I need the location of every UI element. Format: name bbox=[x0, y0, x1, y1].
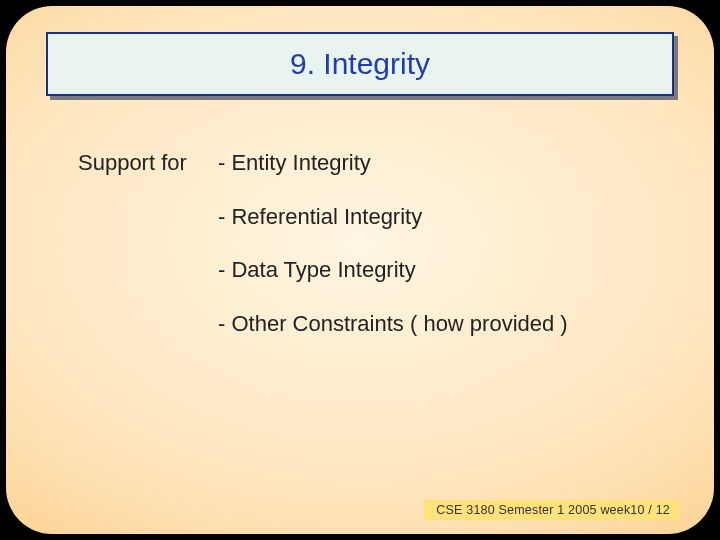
content-area: Support for - Entity Integrity - Referen… bbox=[78, 148, 654, 363]
footer-badge: CSE 3180 Semester 1 2005 week10 / 12 bbox=[424, 500, 680, 520]
list-item: - Referential Integrity bbox=[218, 202, 654, 232]
title-box: 9. Integrity bbox=[46, 32, 674, 96]
list-item: - Other Constraints ( how provided ) bbox=[218, 309, 654, 339]
support-for-label: Support for bbox=[78, 148, 218, 363]
slide-title: 9. Integrity bbox=[290, 47, 430, 81]
integrity-list: - Entity Integrity - Referential Integri… bbox=[218, 148, 654, 363]
slide-frame: 9. Integrity Support for - Entity Integr… bbox=[6, 6, 714, 534]
content-row: Support for - Entity Integrity - Referen… bbox=[78, 148, 654, 363]
list-item: - Data Type Integrity bbox=[218, 255, 654, 285]
list-item: - Entity Integrity bbox=[218, 148, 654, 178]
